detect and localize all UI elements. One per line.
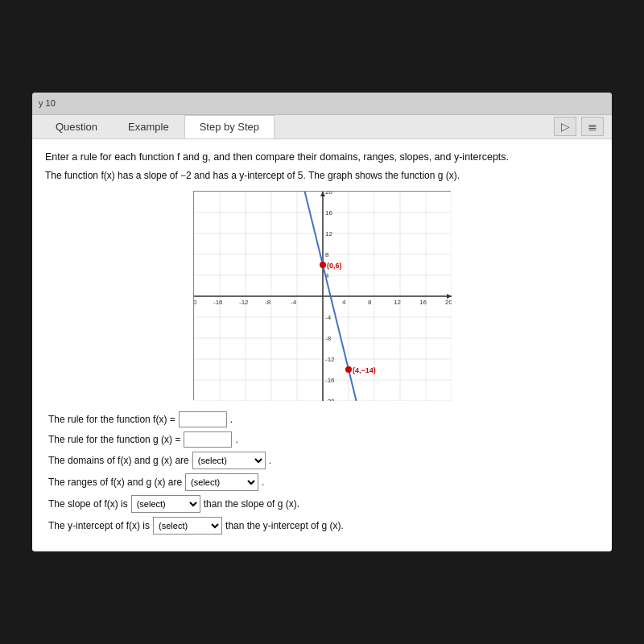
- form-row-1: The rule for the function f(x) = .: [48, 411, 596, 427]
- gx-rule-input[interactable]: [184, 431, 232, 448]
- form-row-6: The y-intercept of f(x) is (select) grea…: [48, 517, 596, 535]
- form-row-5: The slope of f(x) is (select) greater th…: [48, 495, 596, 513]
- form-row4-suffix: .: [262, 477, 264, 488]
- slope-select[interactable]: (select) greater than less than equal to: [131, 495, 200, 513]
- form-row3-prefix: The domains of f(x) and g (x) are: [48, 455, 189, 466]
- form-row5-prefix: The slope of f(x) is: [48, 498, 128, 510]
- fx-rule-input[interactable]: [179, 411, 227, 427]
- content-area: Enter a rule for each function f and g, …: [32, 139, 612, 551]
- yintercept-select[interactable]: (select) greater than less than equal to: [153, 517, 222, 535]
- tab-row: Question Example Step by Step ▷ ≣: [32, 115, 612, 139]
- top-bar: y 10: [32, 93, 612, 115]
- form-row6-suffix: than the y-intercept of g (x).: [225, 520, 344, 531]
- form-row2-prefix: The rule for the function g (x) =: [48, 434, 180, 445]
- graph-canvas: [194, 192, 452, 401]
- tab-question[interactable]: Question: [40, 115, 113, 138]
- form-row1-suffix: .: [230, 414, 233, 425]
- form-row-2: The rule for the function g (x) = .: [48, 431, 596, 448]
- play-button[interactable]: ▷: [554, 117, 576, 136]
- domains-select[interactable]: (select) equal to different from the sam…: [192, 452, 266, 469]
- form-section: The rule for the function f(x) = . The r…: [45, 411, 599, 535]
- form-row-4: The ranges of f(x) and g (x) are (select…: [48, 473, 596, 491]
- instruction-line2: The function f(x) has a slope of −2 and …: [45, 169, 599, 183]
- tab-stepbystep[interactable]: Step by Step: [184, 115, 275, 138]
- form-row3-suffix: .: [269, 455, 271, 466]
- tab-actions: ▷ ≣: [554, 117, 604, 136]
- form-row4-prefix: The ranges of f(x) and g (x) are: [48, 477, 182, 488]
- top-bar-text: y 10: [39, 98, 56, 108]
- ranges-select[interactable]: (select) equal to different from the sam…: [185, 473, 258, 491]
- form-row-3: The domains of f(x) and g (x) are (selec…: [48, 452, 596, 469]
- tab-example[interactable]: Example: [113, 115, 184, 138]
- form-row1-prefix: The rule for the function f(x) =: [48, 414, 175, 425]
- form-row6-prefix: The y-intercept of f(x) is: [48, 520, 150, 531]
- form-row5-suffix: than the slope of g (x).: [204, 498, 299, 510]
- instruction-line1: Enter a rule for each function f and g, …: [45, 151, 599, 165]
- menu-button[interactable]: ≣: [581, 117, 604, 136]
- form-row2-suffix: .: [235, 434, 237, 445]
- graph-container: [193, 191, 451, 400]
